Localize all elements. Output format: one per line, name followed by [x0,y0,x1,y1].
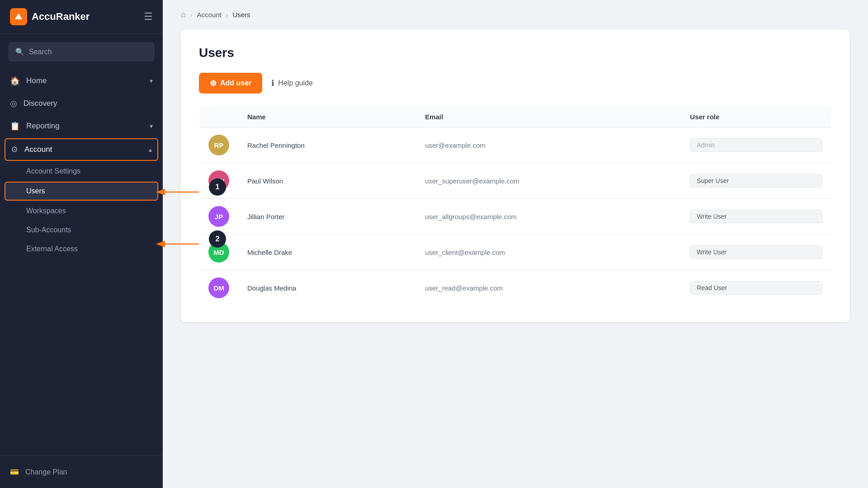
avatar: JP [208,206,229,227]
col-role: User role [681,107,831,127]
chevron-down-icon: ▾ [150,77,153,84]
chevron-down-icon: ▾ [150,122,153,130]
user-name: Jillian Porter [238,199,416,235]
breadcrumb-sep-2: › [226,11,228,19]
table-row[interactable]: JPJillian Porteruser_allgroups@example.c… [199,199,832,235]
sidebar-item-reporting[interactable]: 📋 Reporting ▾ [0,115,163,137]
role-badge: Write User [690,210,822,223]
discovery-icon: ◎ [10,99,17,108]
avatar: PW [208,170,229,191]
role-badge: Admin [690,138,822,152]
avatar: DM [208,277,229,298]
sidebar-item-home[interactable]: 🏠 Home ▾ [0,70,163,92]
sidebar-item-reporting-label: Reporting [26,122,60,131]
col-email: Email [416,107,681,127]
avatar: RP [208,135,229,155]
action-bar: ⊕ Add user ℹ Help guide [199,73,832,94]
home-icon: 🏠 [10,76,20,86]
account-submenu: Account Settings Users Workspaces Sub-Ac… [0,162,163,262]
logo-icon [10,8,27,25]
table-row[interactable]: DMDouglas Medinauser_read@example.comRea… [199,270,832,306]
reporting-icon: 📋 [10,121,20,131]
user-email: user_allgroups@example.com [416,199,681,235]
user-name: Paul Wilson [238,163,416,199]
breadcrumb-sep-1: › [190,11,193,19]
sidebar-header: AccuRanker ☰ [0,0,163,34]
app-name: AccuRanker [32,11,90,23]
role-badge: Write User [690,245,822,259]
table-header: Name Email User role [199,107,832,127]
col-avatar [199,107,239,127]
role-badge: Super User [690,174,822,188]
sidebar-nav: 🏠 Home ▾ ◎ Discovery 📋 Reporting ▾ ⚙ Acc [0,66,163,455]
breadcrumb-account[interactable]: Account [197,11,222,19]
table-row[interactable]: RPRachel Penningtonuser@example.comAdmin [199,127,832,163]
table-row[interactable]: PWPaul Wilsonuser_superuser@example.comS… [199,163,832,199]
help-icon: ℹ [271,78,274,88]
user-name: Michelle Drake [238,235,416,270]
table-row[interactable]: MDMichelle Drakeuser_client@example.comW… [199,235,832,270]
hamburger-button[interactable]: ☰ [144,11,153,23]
user-email: user_superuser@example.com [416,163,681,199]
sidebar-item-discovery[interactable]: ◎ Discovery [0,92,163,115]
sidebar-item-account[interactable]: ⚙ Account ▴ [5,138,158,161]
avatar: MD [208,242,229,263]
users-table: Name Email User role RPRachel Pennington… [199,106,832,306]
sidebar-footer: 💳 Change Plan [0,455,163,488]
sidebar-item-discovery-label: Discovery [24,99,57,108]
users-tbody: RPRachel Penningtonuser@example.comAdmin… [199,127,832,306]
home-breadcrumb-icon[interactable]: ⌂ [181,10,186,19]
add-user-plus-icon: ⊕ [210,78,217,88]
sidebar-subitem-external-access[interactable]: External Access [0,239,163,258]
search-icon: 🔍 [15,47,24,56]
col-name: Name [238,107,416,127]
user-email: user_client@example.com [416,235,681,270]
sidebar-subitem-account-settings[interactable]: Account Settings [0,162,163,181]
sidebar-logo: AccuRanker [10,8,90,25]
user-email: user@example.com [416,127,681,163]
help-guide-button[interactable]: ℹ Help guide [271,78,313,88]
user-email: user_read@example.com [416,270,681,306]
content-area: Users ⊕ Add user ℹ Help guide Name Email [163,29,868,488]
sidebar-item-account-label: Account [24,145,52,154]
sidebar-subitem-sub-accounts[interactable]: Sub-Accounts [0,221,163,239]
breadcrumb: ⌂ › Account › Users [181,10,250,19]
add-user-button[interactable]: ⊕ Add user [199,73,262,94]
content-card: Users ⊕ Add user ℹ Help guide Name Email [181,29,850,322]
sidebar-item-home-label: Home [26,76,47,85]
change-plan-button[interactable]: 💳 Change Plan [10,463,153,481]
topbar: ⌂ › Account › Users [163,0,868,29]
search-box[interactable]: 🔍 Search [8,42,155,61]
breadcrumb-current: Users [232,11,250,19]
user-name: Douglas Medina [238,270,416,306]
change-plan-icon: 💳 [10,468,19,476]
role-badge: Read User [690,281,822,295]
chevron-up-icon: ▴ [149,146,152,153]
main-content: ⌂ › Account › Users Users ⊕ Add user ℹ H… [163,0,868,488]
sidebar-subitem-users[interactable]: Users [5,182,158,201]
account-icon: ⚙ [11,145,18,155]
change-plan-label: Change Plan [25,468,67,476]
page-title: Users [199,46,832,60]
sidebar: AccuRanker ☰ 🔍 Search 🏠 Home ▾ ◎ Discove… [0,0,163,488]
sidebar-subitem-workspaces[interactable]: Workspaces [0,202,163,221]
user-name: Rachel Pennington [238,127,416,163]
search-placeholder: Search [29,48,52,56]
